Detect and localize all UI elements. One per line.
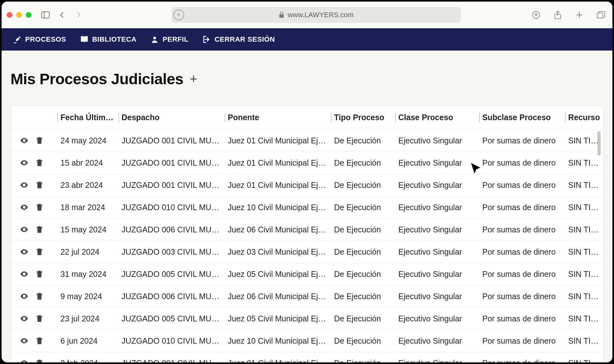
cell-clase: Ejecutivo Singular [396,218,480,241]
minimize-window-button[interactable] [16,12,22,18]
new-tab-plus-icon[interactable]: + [173,10,184,20]
col-header-tipo[interactable]: Tipo Proceso [331,106,396,129]
delete-icon[interactable] [35,203,44,212]
cell-subclase: Por sumas de dinero [480,263,566,285]
table-row: 9 may 2024JUZGADO 006 CIVIL MUNICIP…Juez… [11,285,604,307]
share-icon[interactable] [551,9,564,21]
cell-fecha: 22 jul 2024 [58,241,119,263]
page-title: Mis Procesos Judiciales [10,70,183,88]
view-icon[interactable] [20,314,29,323]
table-scrollbar[interactable] [597,131,601,155]
downloads-icon[interactable] [530,9,542,21]
close-window-button[interactable] [7,12,12,18]
nav-item-procesos[interactable]: PROCESOS [13,35,66,44]
cell-subclase: Por sumas de dinero [480,129,566,152]
cell-ponente: Juez 06 Civil Municipal Ejecuc… [225,218,331,241]
cell-tipo: De Ejecución [331,241,396,263]
cell-fecha: 15 abr 2024 [58,152,119,174]
cell-despacho: JUZGADO 001 CIVIL MUNICIP… [119,352,225,362]
nav-label: PROCESOS [25,35,66,44]
cell-despacho: JUZGADO 005 CIVIL MUNICIP… [119,307,225,330]
cell-despacho: JUZGADO 001 CIVIL MUNICIP… [119,174,225,196]
cell-fecha: 18 mar 2024 [58,196,119,218]
delete-icon[interactable] [35,225,44,234]
table-row: 15 abr 2024JUZGADO 001 CIVIL MUNICIP…Jue… [11,152,604,174]
forward-button[interactable] [72,9,85,21]
cell-despacho: JUZGADO 001 CIVIL MUNICIP… [119,152,225,174]
cell-ponente: Juez 05 Civil Municipal Ejecuc… [225,263,331,285]
cell-recurso: SIN TIPO [566,285,604,307]
nav-item-perfil[interactable]: PERFIL [150,35,188,44]
cell-subclase: Por sumas de dinero [480,330,566,352]
cell-ponente: Juez 01 Civil Municipal Ejecuc… [225,129,331,152]
cell-ponente: Juez 01 Civil Municipal Ejecuc… [225,352,331,362]
cell-subclase: Por sumas de dinero [480,352,566,362]
cell-despacho: JUZGADO 010 CIVIL MUNICIP… [119,330,225,352]
maximize-window-button[interactable] [26,12,31,18]
cell-despacho: JUZGADO 005 CIVIL MUNICIP… [119,263,225,285]
view-icon[interactable] [20,203,29,212]
col-header-fecha[interactable]: Fecha Última A… [58,106,119,129]
cell-despacho: JUZGADO 006 CIVIL MUNICIP… [119,285,225,307]
cell-recurso: SIN TIPO [566,263,604,285]
delete-icon[interactable] [35,336,44,345]
nav-item-biblioteca[interactable]: BIBLIOTECA [80,35,136,44]
cell-despacho: JUZGADO 003 CIVIL MUNICIP… [119,241,225,263]
delete-icon[interactable] [35,314,44,323]
cell-tipo: De Ejecución [331,330,396,352]
new-tab-icon[interactable] [573,9,586,21]
nav-label: PERFIL [163,35,188,44]
col-header-recurso[interactable]: Recurso [566,106,604,129]
cell-recurso: SIN TIPO [566,218,604,241]
back-button[interactable] [56,9,68,21]
col-header-subclase[interactable]: Subclase Proceso [480,106,566,129]
view-icon[interactable] [20,292,29,301]
url-text: www.LAWYERS.com [288,11,353,19]
cell-fecha: 23 jul 2024 [58,307,119,330]
svg-rect-0 [42,12,49,18]
view-icon[interactable] [20,136,29,145]
cell-clase: Ejecutivo Singular [396,307,480,330]
cell-subclase: Por sumas de dinero [480,218,566,241]
delete-icon[interactable] [35,158,44,167]
nav-item-logout[interactable]: CERRAR SESIÓN [202,35,275,44]
cell-ponente: Juez 10 Civil Municipal Ejecuc… [225,196,331,218]
delete-icon[interactable] [35,181,44,189]
cell-tipo: De Ejecución [331,307,396,330]
table-row: 22 jul 2024JUZGADO 003 CIVIL MUNICIP…Jue… [11,241,604,263]
delete-icon[interactable] [35,292,44,301]
cell-tipo: De Ejecución [331,352,396,362]
col-header-ponente[interactable]: Ponente [225,106,331,129]
view-icon[interactable] [20,247,29,256]
cell-clase: Ejecutivo Singular [396,352,480,362]
cell-recurso: SIN TIPO [566,196,604,218]
cell-subclase: Por sumas de dinero [480,196,566,218]
col-header-clase[interactable]: Clase Proceso [396,106,480,129]
delete-icon[interactable] [35,136,44,145]
delete-icon[interactable] [35,247,44,256]
browser-chrome: + www.LAWYERS.com [2,2,612,28]
address-bar[interactable]: + www.LAWYERS.com [171,7,461,23]
view-icon[interactable] [20,359,29,362]
view-icon[interactable] [20,158,29,167]
cell-recurso: SIN TIPO [566,307,604,330]
delete-icon[interactable] [35,359,44,362]
delete-icon[interactable] [35,270,44,278]
view-icon[interactable] [20,181,29,189]
cell-fecha: 24 may 2024 [58,129,119,152]
view-icon[interactable] [20,270,29,278]
view-icon[interactable] [20,336,29,345]
view-icon[interactable] [20,225,29,234]
table-row: 8 feb 2024JUZGADO 001 CIVIL MUNICIP…Juez… [11,352,604,362]
cell-subclase: Por sumas de dinero [480,152,566,174]
sidebar-toggle-icon[interactable] [39,9,52,21]
cell-fecha: 15 may 2024 [58,218,119,241]
gavel-icon [13,35,21,44]
col-header-despacho[interactable]: Despacho [119,106,225,129]
cell-clase: Ejecutivo Singular [396,174,480,196]
tabs-icon[interactable] [595,9,607,21]
add-process-button[interactable]: + [190,72,197,86]
cell-tipo: De Ejecución [331,129,396,152]
table-row: 15 may 2024JUZGADO 006 CIVIL MUNICIP…Jue… [11,218,604,241]
cell-clase: Ejecutivo Singular [396,196,480,218]
